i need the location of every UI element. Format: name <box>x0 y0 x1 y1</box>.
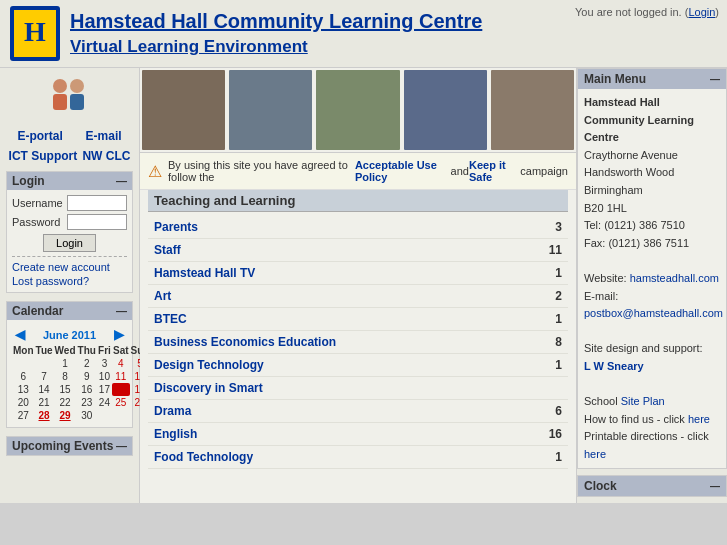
password-row: Password <box>12 214 127 230</box>
calendar-week-row: 20212223242526 <box>12 396 150 409</box>
course-name-link[interactable]: Drama <box>154 404 542 418</box>
calendar-day[interactable]: 1 <box>54 357 77 370</box>
cal-day-header: Wed <box>54 344 77 357</box>
calendar-day <box>12 357 35 370</box>
course-row: Food Technology1 <box>148 446 568 469</box>
upcoming-events-collapse-btn[interactable]: — <box>116 440 127 452</box>
calendar-day[interactable]: 2 <box>77 357 97 370</box>
course-row: Drama6 <box>148 400 568 423</box>
username-input[interactable] <box>67 195 127 211</box>
designer-link[interactable]: L W Sneary <box>584 360 644 372</box>
section-header: Teaching and Learning <box>148 190 568 212</box>
site-plan-link[interactable]: Site Plan <box>621 395 665 407</box>
svg-rect-5 <box>53 94 67 110</box>
calendar-day[interactable]: 9 <box>77 370 97 383</box>
login-collapse-btn[interactable]: — <box>116 175 127 187</box>
login-status: You are not logged in. (Login) <box>575 6 719 18</box>
calendar-day[interactable]: 15 <box>54 383 77 396</box>
website-link[interactable]: hamsteadhall.com <box>630 272 719 284</box>
main-menu-collapse-btn[interactable]: — <box>710 74 720 85</box>
calendar-day[interactable]: 27 <box>12 409 35 422</box>
lost-password-link[interactable]: Lost password? <box>12 275 127 287</box>
course-name-link[interactable]: Design Technology <box>154 358 542 372</box>
svg-text:H: H <box>24 16 46 47</box>
calendar-day[interactable]: 7 <box>35 370 54 383</box>
quick-links2: ICT Support NW CLC <box>6 149 133 163</box>
content-area: ⚠ By using this site you have agreed to … <box>140 68 577 503</box>
course-name-link[interactable]: BTEC <box>154 312 542 326</box>
directions-link[interactable]: here <box>584 448 606 460</box>
calendar-table: MonTueWedThuFriSatSun 123456789101112131… <box>12 344 150 422</box>
calendar-day[interactable]: 10 <box>97 370 112 383</box>
login-box-body: Username Password Login Create new accou… <box>7 190 132 292</box>
password-input[interactable] <box>67 214 127 230</box>
calendar-day[interactable]: 14 <box>35 383 54 396</box>
course-name-link[interactable]: Art <box>154 289 542 303</box>
calendar-day[interactable]: 8 <box>54 370 77 383</box>
main-layout: E-portal E-mail ICT Support NW CLC Login… <box>0 68 727 503</box>
cal-month-year: June 2011 <box>43 329 96 341</box>
calendar-day[interactable]: 18 <box>112 383 130 396</box>
course-name-link[interactable]: Hamstead Hall TV <box>154 266 542 280</box>
course-name-link[interactable]: Business Economics Education <box>154 335 542 349</box>
ict-support-link[interactable]: ICT Support <box>9 149 78 163</box>
main-menu-body: Hamstead Hall Community Learning Centre … <box>578 89 726 468</box>
calendar-week-row: 6789101112 <box>12 370 150 383</box>
vle-title: Virtual Learning Environment <box>70 37 482 57</box>
login-box: Login — Username Password Login Create n… <box>6 171 133 293</box>
clock-collapse-btn[interactable]: — <box>710 481 720 492</box>
course-name-link[interactable]: Parents <box>154 220 542 234</box>
calendar-day[interactable]: 16 <box>77 383 97 396</box>
keep-it-safe-link[interactable]: Keep it Safe <box>469 159 520 183</box>
course-row: Discovery in Smart <box>148 377 568 400</box>
login-link[interactable]: Login <box>688 6 715 18</box>
course-name-link[interactable]: Discovery in Smart <box>154 381 542 395</box>
calendar-day[interactable]: 24 <box>97 396 112 409</box>
calendar-day[interactable]: 13 <box>12 383 35 396</box>
calendar-day[interactable]: 23 <box>77 396 97 409</box>
calendar-day[interactable]: 25 <box>112 396 130 409</box>
cal-day-header: Sat <box>112 344 130 357</box>
address-line2: Handsworth Wood <box>584 166 674 178</box>
calendar-day[interactable]: 21 <box>35 396 54 409</box>
course-row: BTEC1 <box>148 308 568 331</box>
email-link-right[interactable]: postbox@hamsteadhall.com <box>584 307 723 319</box>
fax: Fax: (0121) 386 7511 <box>584 237 689 249</box>
login-box-header: Login — <box>7 172 132 190</box>
login-button[interactable]: Login <box>43 234 96 252</box>
course-row: Parents3 <box>148 216 568 239</box>
calendar-collapse-btn[interactable]: — <box>116 305 127 317</box>
nw-clc-link[interactable]: NW CLC <box>82 149 130 163</box>
main-menu-box: Main Menu — Hamstead Hall Community Lear… <box>577 68 727 469</box>
calendar-day[interactable]: 29 <box>54 409 77 422</box>
photo-2 <box>229 70 312 150</box>
calendar-day[interactable]: 22 <box>54 396 77 409</box>
calendar-day[interactable]: 28 <box>35 409 54 422</box>
svg-point-6 <box>70 79 84 93</box>
calendar-day[interactable]: 20 <box>12 396 35 409</box>
email-link[interactable]: E-mail <box>86 129 122 143</box>
calendar-box-body: ◀ June 2011 ▶ MonTueWedThuFriSatSun 1234… <box>7 320 132 427</box>
calendar-day[interactable]: 3 <box>97 357 112 370</box>
calendar-day[interactable]: 11 <box>112 370 130 383</box>
eportal-link[interactable]: E-portal <box>17 129 62 143</box>
course-count: 11 <box>542 243 562 257</box>
create-account-link[interactable]: Create new account <box>12 261 127 273</box>
course-name-link[interactable]: English <box>154 427 542 441</box>
cal-prev-btn[interactable]: ◀ <box>15 327 25 342</box>
calendar-day[interactable]: 4 <box>112 357 130 370</box>
warning-text-before: By using this site you have agreed to fo… <box>168 159 355 183</box>
directions-label: Printable directions - click <box>584 430 709 442</box>
address-line3: Birmingham <box>584 184 643 196</box>
calendar-day[interactable]: 30 <box>77 409 97 422</box>
find-us-link[interactable]: here <box>688 413 710 425</box>
photo-1 <box>142 70 225 150</box>
course-count: 1 <box>542 266 562 280</box>
calendar-day[interactable]: 17 <box>97 383 112 396</box>
course-name-link[interactable]: Food Technology <box>154 450 542 464</box>
calendar-day[interactable]: 6 <box>12 370 35 383</box>
acceptable-use-policy-link[interactable]: Acceptable Use Policy <box>355 159 451 183</box>
address-line1: Craythorne Avenue <box>584 149 678 161</box>
cal-next-btn[interactable]: ▶ <box>114 327 124 342</box>
course-name-link[interactable]: Staff <box>154 243 542 257</box>
